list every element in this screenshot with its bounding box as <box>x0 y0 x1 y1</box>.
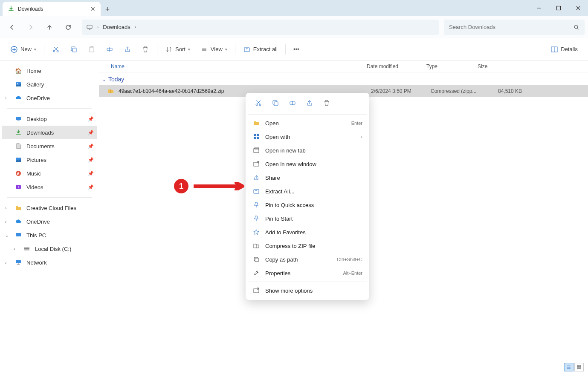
extract-icon <box>243 46 251 53</box>
chevron-right-icon[interactable]: › <box>5 96 6 101</box>
delete-button[interactable] <box>137 42 154 57</box>
ctx-compress[interactable]: Compress to ZIP file <box>248 239 367 253</box>
details-button[interactable]: Details <box>546 42 582 57</box>
rename-button[interactable] <box>101 42 118 57</box>
share-button[interactable] <box>119 42 136 57</box>
new-tab-button[interactable]: + <box>101 3 114 16</box>
open-with-icon <box>252 133 260 141</box>
ctx-copy-button[interactable] <box>268 97 283 109</box>
column-date[interactable]: Date modified <box>367 63 426 69</box>
chevron-down-icon: ▾ <box>225 47 227 52</box>
search-icon <box>574 24 579 30</box>
ctx-pin-start[interactable]: Pin to Start <box>248 212 367 225</box>
ctx-delete-button[interactable] <box>319 97 334 109</box>
titlebar: Downloads ✕ + <box>0 0 588 16</box>
ctx-share-button[interactable] <box>302 97 317 109</box>
breadcrumb-downloads[interactable]: Downloads <box>103 24 130 30</box>
document-icon <box>14 142 22 150</box>
cut-button[interactable] <box>48 42 64 57</box>
ctx-pin-quick[interactable]: Pin to Quick access <box>248 198 367 212</box>
back-button[interactable] <box>3 20 20 35</box>
ctx-open-new-tab[interactable]: Open in new tab <box>248 144 367 157</box>
desktop-icon <box>14 115 22 123</box>
sidebar-item-network[interactable]: ›Network <box>2 256 97 269</box>
sidebar-item-pictures[interactable]: Pictures📌 <box>2 153 97 167</box>
maximize-button[interactable] <box>549 0 568 16</box>
sidebar-item-desktop[interactable]: Desktop📌 <box>2 112 97 126</box>
zip-icon <box>252 242 260 250</box>
ctx-show-more[interactable]: Show more options <box>248 284 367 297</box>
share-icon <box>124 46 131 53</box>
search-input[interactable] <box>449 24 574 30</box>
svg-rect-58 <box>579 368 581 369</box>
svg-rect-34 <box>110 89 111 93</box>
details-view-toggle[interactable] <box>564 363 574 371</box>
close-button[interactable] <box>568 0 588 16</box>
sidebar-item-onedrive[interactable]: ›OneDrive <box>2 91 97 105</box>
sidebar-item-music[interactable]: Music📌 <box>2 167 97 180</box>
minimize-button[interactable] <box>529 0 549 16</box>
group-today[interactable]: ⌄ Today <box>99 72 588 85</box>
ctx-copy-path[interactable]: Copy as pathCtrl+Shift+C <box>248 253 367 266</box>
copy-icon <box>70 46 78 53</box>
ctx-cut-button[interactable] <box>251 97 266 109</box>
chevron-down-icon[interactable]: ⌄ <box>5 233 9 238</box>
extract-all-button[interactable]: Extract all <box>239 42 282 57</box>
svg-rect-31 <box>16 260 21 263</box>
ctx-add-favorites[interactable]: Add to Favorites <box>248 225 367 239</box>
ctx-rename-button[interactable] <box>285 97 300 109</box>
chevron-right-icon[interactable]: › <box>5 219 6 224</box>
search-box[interactable] <box>444 20 585 35</box>
plus-circle-icon <box>10 46 18 53</box>
network-icon <box>14 259 22 266</box>
sidebar-item-downloads[interactable]: Downloads📌 <box>2 126 97 139</box>
ctx-open[interactable]: OpenEnter <box>248 116 367 130</box>
up-button[interactable] <box>41 20 58 35</box>
svg-rect-50 <box>255 258 258 262</box>
more-button[interactable]: ••• <box>289 42 304 57</box>
copy-button[interactable] <box>66 42 82 57</box>
chevron-right-icon[interactable]: › <box>14 247 15 251</box>
details-pane-icon <box>550 46 558 53</box>
ctx-share[interactable]: Share <box>248 171 367 184</box>
tab-downloads[interactable]: Downloads ✕ <box>3 2 101 16</box>
gallery-icon <box>14 81 22 88</box>
sidebar-item-home[interactable]: 🏠Home <box>2 64 97 78</box>
sidebar-item-gallery[interactable]: Gallery <box>2 78 97 91</box>
file-date: 2/6/2024 3:50 PM <box>371 88 431 94</box>
svg-rect-44 <box>257 137 259 139</box>
file-size: 84,510 KB <box>488 88 522 94</box>
sidebar-item-documents[interactable]: Documents📌 <box>2 139 97 153</box>
sidebar-item-onedrive-2[interactable]: ›OneDrive <box>2 215 97 228</box>
column-type[interactable]: Type <box>426 63 478 69</box>
refresh-button[interactable] <box>60 20 77 35</box>
paste-button[interactable] <box>84 42 100 57</box>
thumbnails-view-toggle[interactable] <box>574 363 584 371</box>
pictures-icon <box>14 156 22 164</box>
view-button[interactable]: View ▾ <box>196 42 232 57</box>
column-name[interactable]: Name <box>111 63 367 69</box>
sidebar-item-videos[interactable]: Videos📌 <box>2 180 97 194</box>
address-bar[interactable]: › Downloads › <box>82 20 439 35</box>
status-view-toggles <box>564 363 584 371</box>
chevron-down-icon: ⌄ <box>102 77 106 82</box>
ctx-properties[interactable]: PropertiesAlt+Enter <box>248 266 367 280</box>
sidebar-item-creative-cloud[interactable]: ›Creative Cloud Files <box>2 201 97 215</box>
ctx-open-new-window[interactable]: Open in new window <box>248 157 367 171</box>
sidebar-item-local-disk[interactable]: ›Local Disk (C:) <box>2 242 97 256</box>
svg-rect-10 <box>72 48 76 52</box>
ctx-extract-all[interactable]: Extract All... <box>248 184 367 198</box>
wrench-icon <box>252 269 260 277</box>
new-button[interactable]: New ▾ <box>6 42 41 57</box>
ctx-open-with[interactable]: Open with› <box>248 130 367 144</box>
column-size[interactable]: Size <box>478 63 512 69</box>
tab-close-button[interactable]: ✕ <box>90 6 96 12</box>
arrow-icon <box>194 182 249 190</box>
sidebar-item-this-pc[interactable]: ⌄This PC <box>2 228 97 242</box>
chevron-right-icon[interactable]: › <box>5 260 6 265</box>
chevron-right-icon: › <box>97 25 98 29</box>
forward-button[interactable] <box>22 20 39 35</box>
chevron-right-icon: › <box>361 135 362 139</box>
chevron-right-icon[interactable]: › <box>5 206 6 210</box>
sort-button[interactable]: Sort ▾ <box>161 42 194 57</box>
